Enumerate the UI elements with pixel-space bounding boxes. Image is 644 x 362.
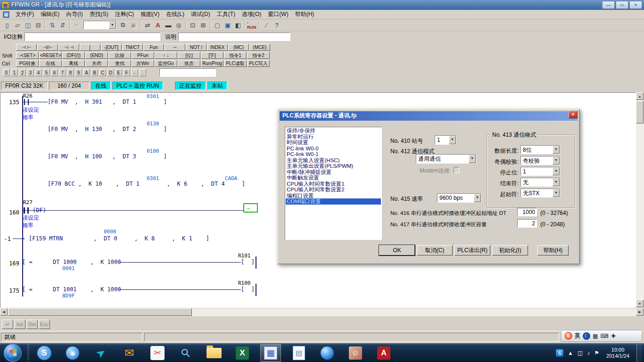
contact-symbol[interactable] <box>28 99 29 105</box>
comm-mode-combo[interactable]: 通用通信 ▼ <box>416 154 476 164</box>
monitor-go-icon[interactable]: ▣ <box>223 20 233 30</box>
instruction-text[interactable]: [F159 MTRN , DT 0 , K 8 , K 1 ] <box>29 236 209 242</box>
taskbar-icon-foxmail[interactable]: ✉ <box>119 344 140 362</box>
menu-item-search[interactable]: 查找(S) <box>86 9 112 19</box>
block-icon[interactable]: ▬ <box>163 20 173 30</box>
fkey-button[interactable]: 指令2 <box>247 52 270 59</box>
text-a-icon[interactable]: A <box>153 20 163 30</box>
menu-item-edit[interactable]: 编辑(E) <box>37 9 63 19</box>
dropdown-arrow-icon[interactable]: ▼ <box>553 156 560 165</box>
fkey-button[interactable]: [字] <box>201 52 223 59</box>
taskbar-icon-photos[interactable]: ☺ <box>345 344 366 362</box>
status-icon[interactable]: ◧ <box>233 20 243 30</box>
fkey-button[interactable]: ─ <box>165 44 185 51</box>
taskbar-icon-browser[interactable]: ◉ <box>62 344 83 362</box>
sysreg-list-item[interactable]: 中断触发设置 <box>286 175 381 181</box>
fkey-button[interactable]: ⊣/⊢ <box>37 44 58 51</box>
taskbar-icon-snip[interactable]: ✂ <box>147 344 168 362</box>
minimize-button[interactable]: — <box>602 1 615 9</box>
taskbar-icon-explorer[interactable] <box>204 344 224 362</box>
dropdown-arrow-icon[interactable]: ▼ <box>553 167 560 175</box>
sysreg-list-item[interactable]: 中断/脉冲捕捉设置 <box>286 169 381 175</box>
fkey-button[interactable]: (DF(/)) <box>62 52 85 59</box>
lang-indicator[interactable]: 英 <box>575 332 580 340</box>
ok-button[interactable]: OK <box>379 245 415 255</box>
dropdown-arrow-icon[interactable]: ▼ <box>474 194 481 202</box>
taskbar-icon-messenger[interactable] <box>317 344 338 362</box>
contact-symbol[interactable] <box>24 99 25 105</box>
menu-item-online[interactable]: 在线(L) <box>163 9 188 19</box>
pg-convert-icon[interactable]: ⇄ <box>142 20 153 30</box>
fkey-button[interactable]: 在线 <box>39 60 62 67</box>
new-icon[interactable]: ▯ <box>2 20 12 30</box>
menu-item-debug[interactable]: 调试(D) <box>188 9 214 19</box>
menu-item-options[interactable]: 选项(O) <box>239 9 264 19</box>
escape-key-button[interactable]: Esc <box>39 320 50 329</box>
restore-button[interactable]: ▭ <box>616 1 628 9</box>
toolbox-icon[interactable]: ▦ <box>593 333 598 339</box>
dropdown-arrow-icon[interactable]: ▼ <box>469 155 476 163</box>
rx-buffer-start-input[interactable] <box>517 208 537 216</box>
settings-icon[interactable]: ✚ <box>611 333 616 339</box>
hex-key[interactable]: A <box>83 69 90 76</box>
io-comment-input[interactable] <box>25 33 160 41</box>
menu-item-tools[interactable]: 工具(T) <box>214 9 239 19</box>
tray-sogou-icon[interactable]: S <box>556 349 563 357</box>
fkey-button[interactable]: [位] <box>178 52 200 59</box>
taskbar-icon-sogou-browser[interactable]: S <box>34 344 55 362</box>
instruction-text[interactable]: [F0 MV , H 130 , DT 2 ] <box>48 126 167 132</box>
scrollbar-thumb[interactable] <box>636 101 644 123</box>
hex-key[interactable]: 5 <box>43 69 50 76</box>
sysreg-list-item[interactable]: 主单元输出设置(PLS/PWM) <box>286 163 381 169</box>
taskbar-icon-notepad[interactable]: ▤ <box>289 344 309 362</box>
fkey-button[interactable]: (END) <box>85 52 108 59</box>
fkey-button[interactable]: -[OUT] <box>101 44 122 51</box>
hex-key[interactable]: 6 <box>51 69 58 76</box>
io-comment-jump1-icon[interactable]: ⇅ <box>47 20 58 30</box>
taskbar-icon-search[interactable]: ⚲ <box>175 344 196 362</box>
taskbar-icon-pdf[interactable]: A <box>373 344 394 362</box>
sysreg-list-item[interactable]: 时间设置 <box>286 140 381 146</box>
dropdown-arrow-icon[interactable]: ▼ <box>553 146 560 154</box>
description-input[interactable] <box>178 33 290 41</box>
fkey-button[interactable]: 比较 <box>108 52 131 59</box>
display-tray-icon[interactable]: ◫ <box>578 350 583 356</box>
find-icon[interactable]: ◎ <box>173 20 184 30</box>
fkey-button[interactable]: 关闭 <box>85 60 108 67</box>
fkey-button[interactable]: 查找 <box>108 60 131 67</box>
io-comment-jump2-icon[interactable]: ⇵ <box>58 20 68 30</box>
volume-icon[interactable]: ♪ <box>587 350 590 356</box>
station-combo[interactable]: 1 ▼ <box>435 135 456 145</box>
modem-checkbox[interactable] <box>454 167 460 173</box>
copy-icon[interactable]: ⧉ <box>118 20 128 30</box>
fkey-button[interactable]: 状态 <box>178 60 200 67</box>
sysreg-list-item[interactable]: PC-link W0-0 <box>286 146 381 152</box>
fkey-button[interactable]: PFun <box>132 52 154 59</box>
rx-buffer-size-input[interactable] <box>517 219 537 228</box>
skin-icon[interactable]: ☾ <box>583 332 590 340</box>
coil-symbol[interactable]: [ ] <box>241 287 255 293</box>
insert-key-button[interactable]: Ins <box>14 320 25 329</box>
scroll-right-icon[interactable]: ▶ <box>636 308 644 316</box>
horizontal-scrollbar[interactable]: ◀ ▶ <box>0 308 644 316</box>
instruction-text[interactable]: [F0 MV , H 301 , DT 1 ] <box>48 99 167 105</box>
scrollbar-thumb[interactable] <box>8 308 192 316</box>
sysreg-list-item[interactable]: PC-link W0-1 <box>286 151 381 157</box>
hex-key[interactable]: 9 <box>75 69 82 76</box>
menu-item-window[interactable]: 窗口(W) <box>264 9 291 19</box>
baud-combo[interactable]: 9600 bps ▼ <box>437 193 481 203</box>
hex-key[interactable]: 2 <box>19 69 26 76</box>
paste-icon[interactable]: ▣ <box>128 20 139 30</box>
menu-item-comment[interactable]: 注释(C) <box>112 9 138 19</box>
fkey-button[interactable]: ⊣ ⊢ <box>16 44 37 51</box>
fkey-button[interactable]: (MCE) <box>249 44 270 51</box>
sysreg-list-item[interactable]: 编程口设置 <box>286 193 381 199</box>
dropdown-arrow-icon[interactable]: ▼ <box>449 136 456 144</box>
datalen-combo[interactable]: 8位 ▼ <box>520 145 560 154</box>
hex-key[interactable]: - <box>131 69 138 76</box>
dropdown-arrow-icon[interactable]: ▼ <box>553 178 560 186</box>
compare-instruction[interactable]: [ = DT 1000 , K 1000 <box>22 259 121 265</box>
instruction-text[interactable]: [F0 MV , H 100 , DT 3 ] <box>48 154 167 160</box>
fkey-button[interactable]: NOT / <box>186 44 206 51</box>
menu-item-wizard[interactable]: 向导(I) <box>63 9 86 19</box>
